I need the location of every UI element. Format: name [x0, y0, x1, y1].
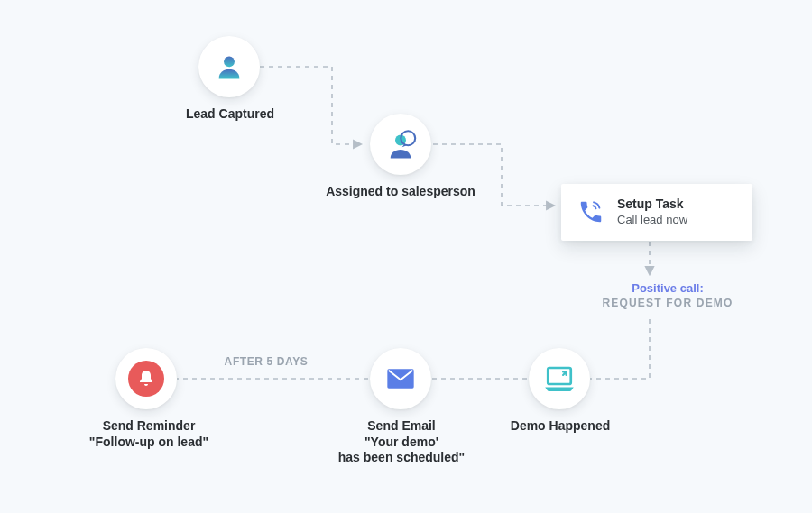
svg-rect-3 — [548, 368, 571, 384]
label-send-email-l2: "Your demo' — [334, 435, 469, 451]
label-send-email-l3: has been scheduled" — [334, 450, 469, 466]
card-setup-task: Setup Task Call lead now — [561, 184, 752, 241]
label-send-reminder-l2: "Follow-up on lead" — [81, 435, 217, 451]
node-assigned — [370, 114, 431, 175]
user-icon — [214, 51, 245, 82]
phone-ringing-icon — [577, 198, 604, 225]
label-assigned: Assigned to salesperson — [325, 184, 476, 200]
label-send-reminder: Send Reminder "Follow-up on lead" — [81, 418, 217, 450]
label-lead-captured: Lead Captured — [180, 106, 280, 123]
laptop-icon — [543, 365, 576, 392]
bell-icon — [137, 369, 155, 389]
edge-after-5-days: AFTER 5 DAYS — [217, 355, 316, 368]
node-demo-happened — [529, 348, 590, 409]
node-send-email — [370, 348, 431, 409]
edge-positive-call: Positive call: REQUEST FOR DEMO — [595, 281, 740, 309]
workflow-diagram: Lead Captured Assigned to salesperson Se… — [0, 0, 812, 513]
label-send-email-l1: Send Email — [367, 418, 435, 433]
card-title: Setup Task — [617, 197, 687, 211]
edge-positive-call-title: Positive call: — [595, 281, 740, 295]
node-send-reminder — [115, 348, 177, 409]
card-subtitle: Call lead now — [617, 213, 687, 226]
svg-point-0 — [224, 56, 235, 67]
edge-positive-call-sub: REQUEST FOR DEMO — [595, 297, 740, 309]
label-demo-happened: Demo Happened — [510, 418, 611, 435]
label-send-email: Send Email "Your demo' has been schedule… — [334, 418, 469, 466]
label-send-reminder-l1: Send Reminder — [103, 418, 196, 433]
mail-icon — [386, 368, 415, 389]
user-chat-icon — [384, 128, 417, 160]
node-lead-captured — [198, 36, 260, 97]
